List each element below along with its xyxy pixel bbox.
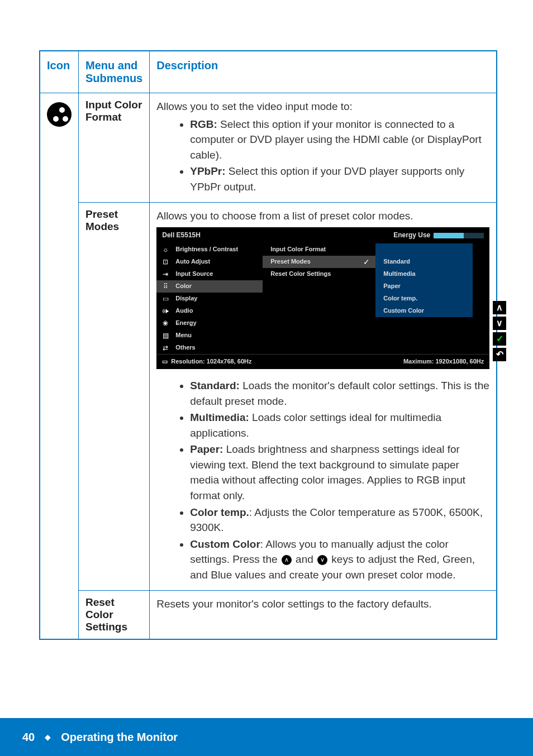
osd-title: Dell E5515H [162,231,201,240]
preset-intro: Allows you to choose from a list of pres… [156,210,413,222]
energy-bar-icon [434,233,484,238]
ypbpr-text: Select this option if your DVD player su… [190,165,464,193]
inputsource-icon: ⇥ [160,270,171,279]
header-icon: Icon [40,51,79,93]
customcolor-label: Custom Color [190,538,260,550]
up-key-icon: ∧ [282,555,292,565]
osd-sub-resetcolor[interactable]: Reset Color Settings [263,268,358,280]
list-item: Custom Color: Allows you to manually adj… [190,537,489,583]
menu-preset-modes: Preset Modes [85,208,142,233]
menu-reset-color: Reset Color Settings [85,596,142,633]
osd-nav-back-button[interactable]: ↶ [493,348,506,361]
osd-panel: Dell E5515H Energy Use ☼Brightness / Con… [156,227,489,369]
osd-footer-right: Maximum: 1920x1080, 60Hz [403,357,484,366]
osd-check-column: ✓ [358,243,375,354]
standard-label: Standard: [190,380,240,391]
reset-color-text: Resets your monitor's color settings to … [156,598,432,610]
rgb-label: RGB: [190,118,217,130]
table-row: Preset Modes Allows you to choose from a… [40,203,497,591]
list-item: Paper: Loads brightness and sharpness se… [190,442,489,503]
list-item: YPbPr: Select this option if your DVD pl… [190,164,489,194]
list-item: Multimedia: Loads color settings ideal f… [190,410,489,441]
osd-item-autoadjust[interactable]: ⊡Auto Adjust [156,256,263,268]
osd-footer-left: Resolution: 1024x768, 60Hz [171,358,251,365]
menu-input-color-format: Input Color Format [85,99,142,123]
menu-description-table: Icon Menu and Submenus Description Input… [39,50,497,640]
osd-item-brightness[interactable]: ☼Brightness / Contrast [156,243,263,256]
list-item: Color temp.: Adjusts the Color temperatu… [190,505,489,535]
brightness-icon: ☼ [160,245,171,255]
resolution-icon: ▭ [162,358,168,365]
osd-item-others[interactable]: ⇄Others [156,342,263,354]
header-menu: Menu and Submenus [79,51,150,93]
rgb-text: Select this option if your monitor is co… [190,118,482,161]
osd-preset-standard[interactable]: Standard [375,256,473,268]
color-menu-icon: ⠿ [160,282,171,291]
colortemp-label: Color temp. [190,506,249,518]
table-row: Input Color Format Allows you to set the… [40,93,497,203]
energy-icon: ❀ [160,319,171,328]
page-number: 40 [22,731,35,744]
osd-side-buttons: ∧ ∨ ✓ ↶ [493,301,506,361]
down-key-icon: ∨ [317,555,327,565]
osd-nav-down-button[interactable]: ∨ [493,317,506,330]
paper-text: Loads brightness and sharpness settings … [190,443,465,501]
osd-item-audio[interactable]: 🕪Audio [156,305,263,317]
osd-main-menu: ☼Brightness / Contrast ⊡Auto Adjust ⇥Inp… [156,243,263,354]
osd-energy-label: Energy Use [393,231,430,239]
audio-icon: 🕪 [160,307,171,316]
list-item: Standard: Loads the monitor's default co… [190,378,489,409]
menu-icon: ▤ [160,331,171,341]
osd-preset-multimedia[interactable]: Multimedia [375,268,473,280]
display-icon: ▭ [160,294,171,304]
table-row: Reset Color Settings Resets your monitor… [40,591,497,640]
multimedia-label: Multimedia: [190,412,249,423]
page-footer: 40 ◆ Operating the Monitor [0,718,533,756]
osd-preset-list: Standard Multimedia Paper Color temp. Cu… [375,243,473,354]
osd-item-menu[interactable]: ▤Menu [156,329,263,342]
osd-item-inputsource[interactable]: ⇥Input Source [156,268,263,280]
osd-nav-up-button[interactable]: ∧ [493,301,506,314]
osd-sub-menu: Input Color Format Preset Modes Reset Co… [263,243,358,354]
others-icon: ⇄ [160,343,171,353]
osd-nav-ok-button[interactable]: ✓ [493,332,506,346]
ypbpr-label: YPbPr: [190,165,225,177]
osd-item-color[interactable]: ⠿Color [156,280,263,293]
osd-preset-customcolor[interactable]: Custom Color [375,305,473,317]
osd-item-display[interactable]: ▭Display [156,293,263,305]
header-description: Description [150,51,497,93]
paper-label: Paper: [190,443,223,455]
desc-intro: Allows you to set the video input mode t… [156,101,353,112]
osd-preset-colortemp[interactable]: Color temp. [375,293,473,305]
list-item: RGB: Select this option if your monitor … [190,117,489,163]
diamond-icon: ◆ [45,733,51,741]
color-icon [47,102,72,127]
osd-preset-paper[interactable]: Paper [375,280,473,293]
autoadjust-icon: ⊡ [160,257,171,267]
osd-sub-presetmodes[interactable]: Preset Modes [263,256,358,268]
osd-sub-inputcolorformat[interactable]: Input Color Format [263,243,358,256]
osd-item-energy[interactable]: ❀Energy [156,317,263,329]
customcolor-text-b: and [293,553,316,565]
check-icon: ✓ [363,256,370,267]
footer-title: Operating the Monitor [61,731,178,744]
